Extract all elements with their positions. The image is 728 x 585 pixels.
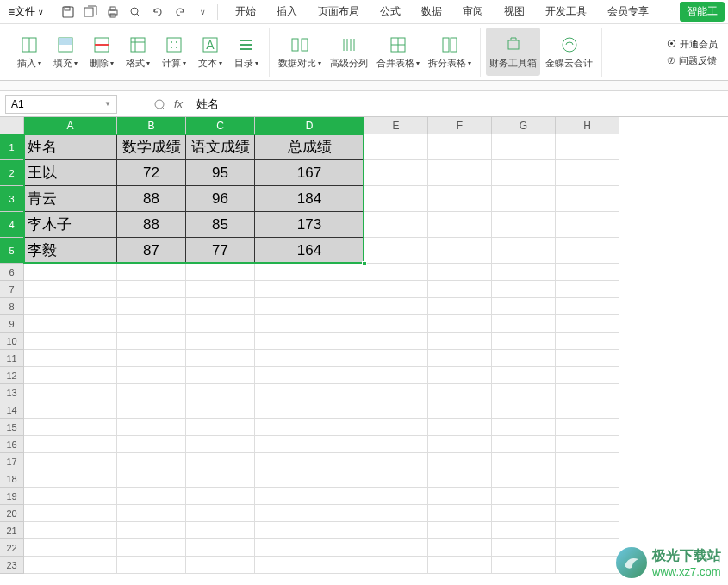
cell-D5[interactable]: 164 bbox=[255, 238, 364, 264]
cell-E6[interactable] bbox=[364, 264, 428, 281]
cell-D14[interactable] bbox=[255, 401, 364, 419]
cell-H16[interactable] bbox=[556, 436, 619, 453]
cell-F7[interactable] bbox=[428, 281, 492, 298]
cell-D10[interactable] bbox=[255, 333, 364, 350]
cell-G1[interactable] bbox=[492, 134, 556, 160]
cell-B7[interactable] bbox=[117, 281, 186, 298]
cell-D20[interactable] bbox=[255, 505, 364, 522]
cell-B15[interactable] bbox=[117, 419, 186, 436]
cell-C20[interactable] bbox=[186, 505, 255, 522]
cell-B14[interactable] bbox=[117, 401, 186, 419]
cell-A9[interactable] bbox=[24, 315, 117, 333]
cell-D11[interactable] bbox=[255, 350, 364, 367]
cell-E18[interactable] bbox=[364, 470, 428, 488]
row-header-15[interactable]: 15 bbox=[0, 419, 24, 436]
cell-F6[interactable] bbox=[428, 264, 492, 281]
cell-C7[interactable] bbox=[186, 281, 255, 298]
cell-H1[interactable] bbox=[556, 134, 619, 160]
cell-H14[interactable] bbox=[556, 401, 619, 419]
col-header-E[interactable]: E bbox=[364, 117, 428, 134]
ribbon-text[interactable]: A文本▾ bbox=[193, 28, 227, 76]
name-box[interactable]: A1 ▼ bbox=[5, 95, 117, 114]
cells-area[interactable]: 姓名数学成绩语文成绩总成绩王以7295167青云8896184李木子888517… bbox=[24, 134, 619, 574]
cell-E11[interactable] bbox=[364, 350, 428, 367]
cell-C6[interactable] bbox=[186, 264, 255, 281]
row-header-20[interactable]: 20 bbox=[0, 505, 24, 522]
cell-G21[interactable] bbox=[492, 522, 556, 539]
cell-B13[interactable] bbox=[117, 384, 186, 401]
cell-E10[interactable] bbox=[364, 333, 428, 350]
cell-H7[interactable] bbox=[556, 281, 619, 298]
cell-A2[interactable]: 王以 bbox=[24, 160, 117, 186]
cell-D3[interactable]: 184 bbox=[255, 186, 364, 212]
cell-A16[interactable] bbox=[24, 436, 117, 453]
print-icon[interactable] bbox=[105, 4, 121, 20]
cell-F16[interactable] bbox=[428, 436, 492, 453]
cell-E21[interactable] bbox=[364, 522, 428, 539]
cell-A22[interactable] bbox=[24, 539, 117, 557]
cell-C19[interactable] bbox=[186, 488, 255, 505]
cell-E19[interactable] bbox=[364, 488, 428, 505]
tab-formula[interactable]: 公式 bbox=[371, 1, 409, 22]
fx-icon[interactable]: fx bbox=[172, 96, 184, 112]
col-header-G[interactable]: G bbox=[492, 117, 556, 134]
ribbon-format[interactable]: 格式▾ bbox=[121, 28, 155, 76]
cell-G18[interactable] bbox=[492, 470, 556, 488]
cell-C12[interactable] bbox=[186, 367, 255, 384]
cell-C9[interactable] bbox=[186, 315, 255, 333]
cell-H4[interactable] bbox=[556, 212, 619, 238]
cell-F1[interactable] bbox=[428, 134, 492, 160]
cell-A14[interactable] bbox=[24, 401, 117, 419]
tab-insert[interactable]: 插入 bbox=[268, 1, 306, 22]
cell-E20[interactable] bbox=[364, 505, 428, 522]
select-all-corner[interactable] bbox=[0, 117, 24, 134]
cell-A20[interactable] bbox=[24, 505, 117, 522]
cell-G3[interactable] bbox=[492, 186, 556, 212]
tab-data[interactable]: 数据 bbox=[413, 1, 451, 22]
cell-G6[interactable] bbox=[492, 264, 556, 281]
cell-C8[interactable] bbox=[186, 298, 255, 315]
cell-H18[interactable] bbox=[556, 470, 619, 488]
cell-D2[interactable]: 167 bbox=[255, 160, 364, 186]
cell-C18[interactable] bbox=[186, 470, 255, 488]
cell-H20[interactable] bbox=[556, 505, 619, 522]
smart-tools-button[interactable]: 智能工 bbox=[680, 2, 725, 22]
cell-B17[interactable] bbox=[117, 453, 186, 470]
cell-G20[interactable] bbox=[492, 505, 556, 522]
cell-D16[interactable] bbox=[255, 436, 364, 453]
cell-B12[interactable] bbox=[117, 367, 186, 384]
cell-D23[interactable] bbox=[255, 557, 364, 574]
cell-E14[interactable] bbox=[364, 401, 428, 419]
cell-A18[interactable] bbox=[24, 470, 117, 488]
cell-A12[interactable] bbox=[24, 367, 117, 384]
cell-B6[interactable] bbox=[117, 264, 186, 281]
row-header-10[interactable]: 10 bbox=[0, 333, 24, 350]
cell-F10[interactable] bbox=[428, 333, 492, 350]
cell-B2[interactable]: 72 bbox=[117, 160, 186, 186]
cell-G9[interactable] bbox=[492, 315, 556, 333]
cell-A8[interactable] bbox=[24, 298, 117, 315]
cell-D1[interactable]: 总成绩 bbox=[255, 134, 364, 160]
cell-F22[interactable] bbox=[428, 539, 492, 557]
cell-D8[interactable] bbox=[255, 298, 364, 315]
cell-B19[interactable] bbox=[117, 488, 186, 505]
cell-H5[interactable] bbox=[556, 238, 619, 264]
cell-F5[interactable] bbox=[428, 238, 492, 264]
cell-B22[interactable] bbox=[117, 539, 186, 557]
tab-review[interactable]: 审阅 bbox=[454, 1, 492, 22]
row-header-8[interactable]: 8 bbox=[0, 298, 24, 315]
cell-F20[interactable] bbox=[428, 505, 492, 522]
cell-G17[interactable] bbox=[492, 453, 556, 470]
member-link[interactable]: ⦿开通会员 bbox=[667, 38, 718, 51]
tab-member[interactable]: 会员专享 bbox=[599, 1, 657, 22]
cell-F8[interactable] bbox=[428, 298, 492, 315]
cell-B11[interactable] bbox=[117, 350, 186, 367]
cell-A3[interactable]: 青云 bbox=[24, 186, 117, 212]
cell-B8[interactable] bbox=[117, 298, 186, 315]
row-header-1[interactable]: 1 bbox=[0, 134, 24, 160]
row-header-16[interactable]: 16 bbox=[0, 436, 24, 453]
cell-F15[interactable] bbox=[428, 419, 492, 436]
cell-G16[interactable] bbox=[492, 436, 556, 453]
cell-H6[interactable] bbox=[556, 264, 619, 281]
cell-G12[interactable] bbox=[492, 367, 556, 384]
